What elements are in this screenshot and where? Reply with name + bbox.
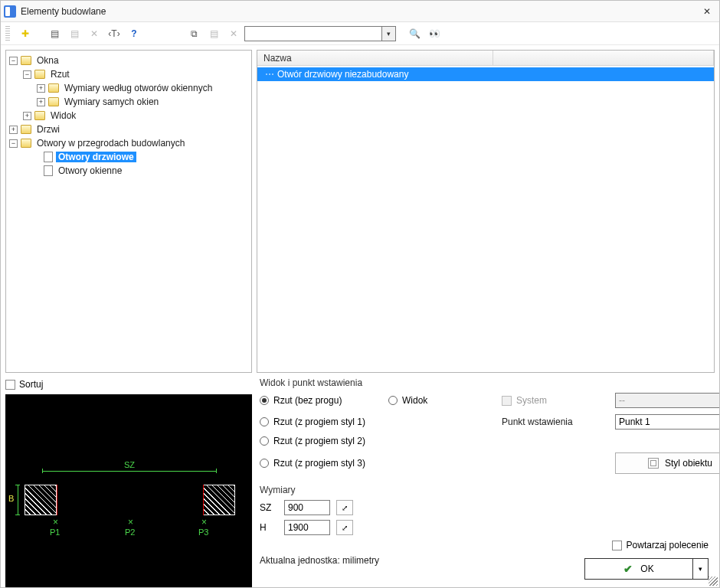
window-title: Elementy budowlane xyxy=(21,6,106,17)
paste-icon: ▤ xyxy=(205,25,223,42)
repeat-checkbox-row[interactable]: Powtarzaj polecenie xyxy=(612,540,709,550)
folder-icon xyxy=(21,125,31,134)
tools-icon: ✕ xyxy=(85,25,103,42)
app-icon xyxy=(4,5,16,18)
h-label: H xyxy=(260,522,278,533)
h-pick-button[interactable]: ⤢ xyxy=(336,520,353,535)
list-column-empty xyxy=(493,51,714,65)
radio-rzut-styl1[interactable]: Rzut (z progiem styl 1) xyxy=(260,416,382,427)
tree-otwory-przegrody[interactable]: Otwory w przegrodach budowlanych xyxy=(34,138,187,149)
tree-otwory-okienne[interactable]: Otwory okienne xyxy=(56,165,124,176)
ok-button[interactable]: ✔OK ▾ xyxy=(584,558,709,580)
folder-icon xyxy=(34,70,45,79)
tree-widok[interactable]: Widok xyxy=(48,110,78,121)
search-icon[interactable]: 🔍 xyxy=(405,25,424,42)
doc-icon xyxy=(44,152,53,162)
system-checkbox: System xyxy=(502,395,609,406)
radio-rzut-styl2[interactable]: Rzut (z progiem styl 2) xyxy=(260,436,382,446)
toolbar: ✚ ▤ ▤ ✕ ‹T› ? ⧉ ▤ ✕ ▾ 🔍 👀 xyxy=(1,22,719,45)
text-style-icon[interactable]: ‹T› xyxy=(105,25,123,42)
toolbar-grip xyxy=(5,26,10,41)
folder-icon xyxy=(21,139,31,148)
add-icon[interactable]: ✚ xyxy=(16,25,34,42)
preview-b-label: B xyxy=(8,494,14,503)
tree-okna[interactable]: Okna xyxy=(34,55,61,66)
section-dims-title: Wymiary xyxy=(260,485,720,495)
check-icon: ✔ xyxy=(623,563,633,575)
preview-sz-label: SZ xyxy=(124,460,135,469)
radio-rzut-styl3[interactable]: Rzut (z progiem styl 3) xyxy=(260,458,382,469)
list-row-label: Otwór drzwiowy niezabudowany xyxy=(277,69,408,80)
tree-pane[interactable]: −Okna −Rzut +Wymiary według otworów okie… xyxy=(5,50,252,373)
repeat-label: Powtarzaj polecenie xyxy=(627,540,709,550)
punkt-wstawienia-label: Punkt wstawienia xyxy=(502,416,609,427)
tree-toggle[interactable]: + xyxy=(37,98,45,106)
preview-p1: P1 xyxy=(50,528,60,537)
doc2-icon: ▤ xyxy=(65,25,83,42)
punkt-wstawienia-combo[interactable]: ▾ xyxy=(615,414,720,430)
list-column-nazwa[interactable]: Nazwa xyxy=(257,51,493,65)
sz-input[interactable] xyxy=(284,500,330,515)
tree-otwory-drzwiowe[interactable]: Otwory drzwiowe xyxy=(56,152,136,162)
tree-toggle[interactable]: − xyxy=(9,57,18,65)
tree-rzut[interactable]: Rzut xyxy=(48,69,72,80)
folder-icon xyxy=(34,111,45,120)
tree-toggle[interactable]: + xyxy=(23,112,31,120)
folder-icon xyxy=(21,56,31,65)
help-icon[interactable]: ? xyxy=(125,25,143,42)
preview-p3: P3 xyxy=(198,528,208,537)
doc-icon xyxy=(44,165,53,176)
preview-canvas: SZ B × P1 × P2 × P3 xyxy=(5,394,252,588)
tree-wymiary-otwory[interactable]: Wymiary według otworów okiennych xyxy=(62,83,214,93)
list-header: Nazwa xyxy=(257,51,714,66)
tree-toggle[interactable]: + xyxy=(37,84,45,93)
style-icon xyxy=(648,458,659,469)
resize-grip[interactable] xyxy=(709,577,718,586)
ok-split-button[interactable]: ▾ xyxy=(692,559,708,579)
sortuj-label: Sortuj xyxy=(19,379,43,390)
repeat-checkbox[interactable] xyxy=(612,541,622,550)
copy-icon[interactable]: ⧉ xyxy=(185,25,203,42)
system-combo: ▾ xyxy=(615,393,720,408)
h-input[interactable] xyxy=(284,520,330,535)
binoculars-icon[interactable]: 👀 xyxy=(425,25,443,42)
folder-icon xyxy=(48,83,59,93)
preview-p2: P2 xyxy=(125,528,135,537)
tree-toggle[interactable]: − xyxy=(9,139,18,148)
tree-toggle[interactable]: + xyxy=(9,126,18,134)
toolbar-search-dropdown[interactable]: ▾ xyxy=(382,26,396,41)
list-row[interactable]: ⋯ Otwór drzwiowy niezabudowany xyxy=(257,67,714,81)
punkt-wstawienia-input[interactable] xyxy=(615,414,720,430)
toolbar-search-input[interactable] xyxy=(244,26,382,41)
sz-label: SZ xyxy=(260,502,278,513)
doc-icon[interactable]: ▤ xyxy=(45,25,64,42)
titlebar: Elementy budowlane ✕ xyxy=(1,1,719,22)
close-button[interactable]: ✕ xyxy=(699,4,715,19)
folder-icon xyxy=(48,97,59,106)
radio-widok[interactable]: Widok xyxy=(388,395,496,406)
toolbar-search[interactable]: ▾ xyxy=(244,26,396,41)
styl-obiektu-button[interactable]: Styl obiektu xyxy=(615,452,720,474)
list-row-dots-icon: ⋯ xyxy=(265,69,274,80)
tree-drzwi[interactable]: Drzwi xyxy=(34,124,62,135)
tree-toggle[interactable]: − xyxy=(23,70,31,79)
sortuj-checkbox[interactable] xyxy=(5,380,15,390)
list-pane[interactable]: Nazwa ⋯ Otwór drzwiowy niezabudowany xyxy=(257,50,715,373)
sz-pick-button[interactable]: ⤢ xyxy=(336,500,353,515)
delete-icon: ✕ xyxy=(224,25,243,42)
section-view-title: Widok i punkt wstawienia xyxy=(260,377,720,388)
tree-wymiary-okien[interactable]: Wymiary samych okien xyxy=(62,96,161,107)
radio-rzut-bez-progu[interactable]: Rzut (bez progu) xyxy=(260,395,382,406)
